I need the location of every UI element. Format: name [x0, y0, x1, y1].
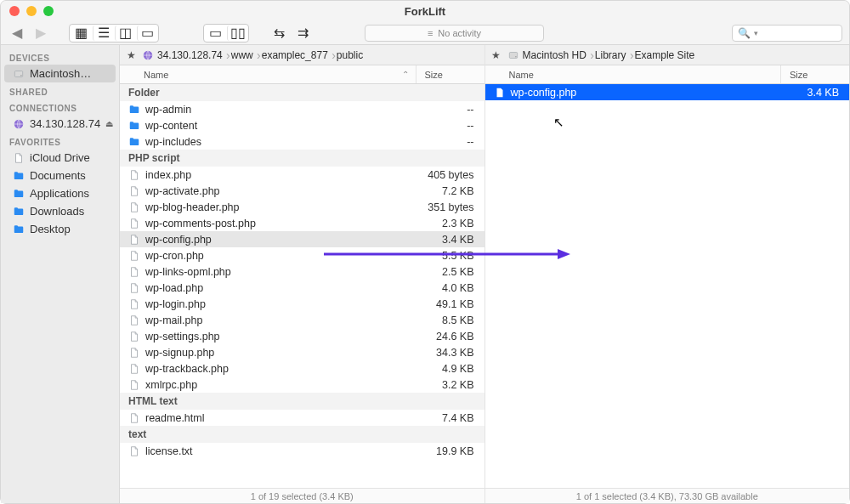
toolbar: ◀ ▶ ▦ ☰ ◫ ▭ ▭ ▯▯ ⇆ ⇉ ≡ No activity 🔍 ▾ — [1, 21, 849, 45]
file-row[interactable]: wp-cron.php 5.5 KB — [120, 247, 484, 263]
file-row[interactable]: wp-blog-header.php 351 bytes — [120, 199, 484, 215]
file-row[interactable]: wp-admin -- — [120, 101, 484, 117]
forward-button[interactable]: ▶ — [31, 25, 50, 42]
favorite-star-button[interactable]: ★ — [489, 49, 504, 61]
right-statusbar: 1 of 1 selected (3.4 KB), 73.30 GB avail… — [485, 488, 850, 503]
transfer-button[interactable]: ⇉ — [293, 25, 312, 42]
file-size: 4.0 KB — [416, 282, 484, 294]
file-icon — [128, 201, 140, 213]
sidebar-item[interactable]: Macintosh… — [4, 65, 116, 82]
breadcrumb-item[interactable]: www — [228, 47, 258, 64]
back-button[interactable]: ◀ — [8, 25, 26, 42]
view-list-icon[interactable]: ☰ — [93, 25, 113, 41]
file-icon — [128, 218, 140, 229]
file-icon — [128, 379, 140, 391]
breadcrumb-label: Macintosh HD — [523, 49, 586, 61]
view-icons-icon[interactable]: ▦ — [71, 25, 91, 41]
breadcrumb-item[interactable]: public — [333, 47, 368, 64]
pane-single-icon[interactable]: ▭ — [205, 25, 225, 41]
breadcrumb-item[interactable]: Macintosh HD — [504, 47, 592, 64]
right-pane: ★ Macintosh HD Library Example Site Name… — [485, 45, 850, 503]
right-column-headers: Name Size — [485, 65, 850, 84]
breadcrumb-item[interactable]: examplec_877 — [258, 47, 333, 64]
sort-asc-icon: ⌃ — [402, 70, 409, 79]
sidebar-section-header: DEVICES — [1, 48, 119, 65]
file-name: wp-links-opml.php — [145, 266, 231, 278]
sidebar-item[interactable]: iCloud Drive — [4, 149, 116, 167]
view-mode-segmented[interactable]: ▦ ☰ ◫ ▭ — [69, 24, 159, 42]
left-file-list[interactable]: Folder wp-admin -- wp-content -- wp-incl… — [120, 84, 484, 488]
file-name: wp-config.php — [511, 87, 577, 99]
file-row[interactable]: wp-config.php 3.4 KB — [485, 84, 850, 100]
file-name: wp-mail.php — [145, 314, 202, 326]
breadcrumb-label: www — [231, 49, 253, 61]
sidebar-item[interactable]: 34.130.128.74 ⏏ — [4, 115, 116, 133]
window-title: ForkLift — [1, 5, 849, 18]
sidebar-section-header: SHARED — [1, 82, 119, 99]
file-row[interactable]: readme.html 7.4 KB — [120, 410, 484, 426]
file-row[interactable]: index.php 405 bytes — [120, 167, 484, 183]
file-icon — [128, 266, 140, 278]
file-name: wp-content — [145, 120, 197, 132]
file-icon — [128, 412, 140, 424]
sidebar: DEVICES Macintosh… SHAREDCONNECTIONS 34.… — [1, 45, 120, 503]
file-row[interactable]: wp-load.php 4.0 KB — [120, 280, 484, 296]
sidebar-item-label: Documents — [30, 169, 86, 182]
file-size: -- — [416, 120, 484, 132]
file-size: 2.5 KB — [416, 266, 484, 278]
file-name: license.txt — [145, 445, 193, 457]
file-row[interactable]: xmlrpc.php 3.2 KB — [120, 377, 484, 393]
left-header-size[interactable]: Size — [416, 65, 484, 83]
view-gallery-icon[interactable]: ▭ — [137, 25, 157, 41]
right-file-list[interactable]: wp-config.php 3.4 KB — [485, 84, 850, 488]
group-header: PHP script — [120, 150, 484, 167]
file-row[interactable]: wp-signup.php 34.3 KB — [120, 344, 484, 360]
sidebar-item[interactable]: Applications — [4, 184, 116, 202]
breadcrumb-item[interactable]: Library — [592, 47, 632, 64]
favorite-star-button[interactable]: ★ — [123, 49, 139, 61]
search-field[interactable]: 🔍 ▾ — [732, 25, 842, 42]
file-row[interactable]: wp-login.php 49.1 KB — [120, 296, 484, 312]
file-icon — [128, 314, 140, 326]
file-row[interactable]: wp-config.php 3.4 KB — [120, 231, 484, 247]
sidebar-item-label: Applications — [30, 187, 89, 200]
breadcrumb-item[interactable]: Example Site — [632, 47, 700, 64]
file-icon — [128, 185, 140, 197]
file-row[interactable]: wp-mail.php 8.5 KB — [120, 312, 484, 328]
sync-button[interactable]: ⇆ — [269, 25, 288, 42]
activity-status: ≡ No activity — [365, 25, 544, 42]
file-row[interactable]: wp-activate.php 7.2 KB — [120, 183, 484, 199]
left-column-headers: Name ⌃ Size — [120, 65, 484, 84]
file-icon — [128, 282, 140, 294]
pane-dual-icon[interactable]: ▯▯ — [227, 25, 247, 41]
sidebar-item[interactable]: Desktop — [4, 220, 116, 238]
file-name: wp-login.php — [145, 298, 206, 310]
sidebar-item[interactable]: Documents — [4, 167, 116, 184]
file-icon — [128, 363, 140, 375]
left-statusbar: 1 of 19 selected (3.4 KB) — [120, 488, 484, 503]
file-row[interactable]: wp-links-opml.php 2.5 KB — [120, 263, 484, 280]
breadcrumb-item[interactable]: 34.130.128.74 — [139, 47, 228, 64]
breadcrumb-label: public — [337, 49, 363, 61]
file-row[interactable]: wp-settings.php 24.6 KB — [120, 328, 484, 344]
globe-icon — [142, 49, 154, 61]
right-header-name[interactable]: Name — [485, 65, 782, 83]
left-header-name[interactable]: Name ⌃ — [120, 65, 416, 83]
file-size: 2.3 KB — [416, 218, 484, 229]
file-icon — [13, 152, 25, 164]
file-name: index.php — [145, 169, 191, 181]
file-icon — [128, 298, 140, 310]
eject-icon[interactable]: ⏏ — [105, 119, 113, 128]
file-row[interactable]: wp-trackback.php 4.9 KB — [120, 360, 484, 377]
right-header-size[interactable]: Size — [781, 65, 849, 83]
file-row[interactable]: wp-comments-post.php 2.3 KB — [120, 215, 484, 231]
cursor-pointer-icon: ↖ — [553, 115, 564, 130]
file-row[interactable]: wp-includes -- — [120, 133, 484, 150]
left-pathbar: ★ 34.130.128.74 www examplec_877 public — [120, 45, 484, 65]
view-columns-icon[interactable]: ◫ — [115, 25, 135, 41]
file-row[interactable]: license.txt 19.9 KB — [120, 443, 484, 459]
sidebar-item[interactable]: Downloads — [4, 202, 116, 220]
titlebar: ForkLift — [1, 1, 849, 21]
file-row[interactable]: wp-content -- — [120, 117, 484, 133]
pane-layout-segmented[interactable]: ▭ ▯▯ — [203, 24, 249, 42]
